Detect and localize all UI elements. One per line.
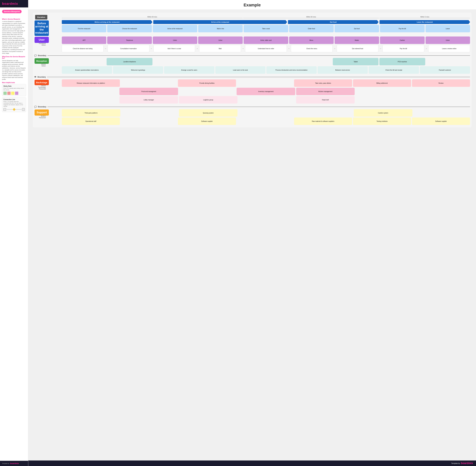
sticky-note-title: Sticky Note — [3, 85, 25, 87]
phase-sub-pay: Pay the bill — [380, 25, 424, 32]
connection-line-title: Connection Line — [3, 99, 25, 100]
sidebar-title-area: Service Blueprint — [0, 7, 28, 17]
rec-action-7: Farewell customer — [420, 66, 470, 74]
reception-device-sublabel: Device — [34, 63, 47, 65]
demo-note-yellow — [11, 92, 14, 95]
support-section-label: Support — [35, 109, 49, 116]
phase-sub-eat: Eat food — [335, 25, 379, 32]
backstage-tech-sublabel: Technology — [34, 87, 47, 88]
main-area: Example Duration Within 60 mins — [28, 0, 476, 466]
reception-row-group: Reception Device Action Landline telepho… — [34, 58, 470, 74]
reception-action-sublabel: Action — [34, 65, 47, 67]
sidebar-footer-logo: boardmix — [10, 462, 19, 465]
phase-labels: Before arriving at the restaurant — [34, 20, 62, 35]
reception-section-label: Reception — [35, 58, 49, 64]
canvas-area[interactable]: Duration Within 60 mins Within 60 mins — [28, 10, 476, 460]
sup-per-0: Operational staff — [62, 117, 120, 125]
phase-headers-row: Before arriving at the restaurant Arrive… — [62, 20, 470, 24]
support-content: Third-party platform Queuing system Cash… — [62, 109, 470, 125]
duration-section-col: Duration — [34, 14, 49, 20]
support-system-sublabel: System — [34, 115, 47, 117]
backstage-personnel-row: Lobby manager Logistics group Head chef — [62, 96, 470, 104]
backstage-section-label: Backstage — [35, 80, 49, 85]
connection-demo — [3, 108, 25, 111]
duration-row: Duration Within 60 mins Within 60 mins — [34, 14, 470, 20]
sup-per-4: Raw material & software suppliers — [294, 117, 352, 125]
sidebar-logo: boardmix — [2, 2, 18, 6]
action-sublabel: Action — [34, 44, 47, 46]
demo-note-purple — [15, 92, 18, 95]
duration-span-3: Within 5 mins — [380, 16, 470, 18]
touchpoint-menu: Menu — [289, 36, 334, 44]
arrow-0: → — [104, 47, 107, 50]
rec-action-6: Check the bill and receipt — [369, 66, 419, 74]
phase-sub-wait: Wait in line — [198, 25, 243, 32]
page-title: Example — [28, 3, 476, 7]
user-action-5: Check the menu — [291, 45, 333, 52]
boundary1-icon: 💬 — [34, 54, 37, 57]
duration-span-1: Within 60 mins — [62, 16, 243, 18]
sidebar-footer: Template by boardmix — [0, 461, 28, 466]
bs-tech-3: Inventory management — [237, 88, 295, 95]
sidebar-header: boardmix — [0, 0, 28, 7]
touchpoint-sublabel: Touchpoint — [34, 43, 47, 44]
arrow-7: → — [425, 47, 428, 50]
rec-action-0: Answer questions/take reservations — [62, 66, 112, 74]
footer-logo: boardmix — [461, 462, 473, 465]
phase-sub-order: Order food — [289, 25, 334, 32]
user-action-1: Consultation/ reservation — [108, 45, 149, 52]
sticky-note-demo — [3, 92, 25, 95]
phase-sub-choose: Choose the restaurant — [107, 25, 152, 32]
user-action-3: Wait — [199, 45, 241, 52]
sidebar-more-tools-title: More helpful tools — [2, 82, 26, 83]
sidebar: boardmix Service Blueprint What is Servi… — [0, 0, 28, 466]
connection-line-tool: Connection Line Press 'L' to quickly sel… — [2, 97, 26, 112]
support-row-group: Support System Personnel Third-party pla… — [34, 109, 470, 125]
phase-sub-leave: Leave — [426, 25, 470, 32]
duration-label: Duration — [35, 15, 47, 20]
bs-device-6: Review — [412, 79, 470, 87]
bs-personnel-4: Head chef — [296, 96, 355, 104]
backstage-content: Release restaurant information on platfo… — [62, 79, 470, 104]
backstage-labels: Backstage Device Technology Personnel — [34, 79, 62, 104]
backstage-row-group: Backstage Device Technology Personnel Re… — [34, 79, 470, 104]
boundary2-line — [47, 77, 470, 77]
reception-actions-row: Answer questions/take reservations Welco… — [62, 66, 470, 74]
arrow-6: → — [379, 47, 382, 50]
arrow-5: → — [334, 47, 336, 50]
support-personnel-row: Operational staff Software supplier Raw … — [62, 117, 470, 125]
bs-personnel-2: Logistics group — [179, 96, 237, 104]
touchpoint-app: APP — [62, 36, 106, 44]
touchpoint-cashier: Cashier — [380, 36, 424, 44]
demo-box-right — [22, 108, 25, 111]
demo-note-green — [3, 92, 7, 95]
backstage-devices-row: Release restaurant information on platfo… — [62, 79, 470, 87]
sup-per-6: Software supplier — [412, 117, 470, 125]
bs-device-0: Release restaurant information on platfo… — [62, 79, 120, 87]
main-header: Example — [28, 0, 476, 10]
support-personnel-sublabel: Personnel — [34, 117, 47, 118]
support-labels: Support System Personnel — [34, 109, 62, 125]
rec-device-pos: POS machine — [379, 58, 425, 65]
user-content: APP Telephone Usher Usher Usher, table c… — [62, 36, 470, 52]
reception-content: Landline telephone Tablet POS machine An… — [62, 58, 470, 74]
rec-device-tablet: Tablet — [333, 58, 379, 65]
phase-sub-cards-row: Find the restaurant Choose the restauran… — [62, 25, 470, 32]
user-actions-row: Check the distance and rating → Consulta… — [62, 45, 470, 52]
demo-diamond — [13, 108, 16, 111]
phase-section-label: Before arriving at the restaurant — [35, 20, 49, 36]
user-action-4: Understand how to order — [245, 45, 287, 52]
sidebar-section1-title: What is Service Blueprint — [2, 18, 26, 20]
phase-sub-arrive: Arrive at the restaurant — [153, 25, 197, 32]
phase-sub-find: Find the restaurant — [62, 25, 106, 32]
reception-labels: Reception Device Action — [34, 58, 62, 74]
user-action-2: Ask if there is a seat — [153, 45, 195, 52]
arrow-4: → — [288, 47, 290, 50]
user-action-8: Leave a review online — [428, 45, 470, 52]
bs-device-2: Provide dining facilities — [178, 79, 236, 87]
blueprint-layout: Duration Within 60 mins Within 60 mins — [33, 13, 472, 127]
sticky-note-tool: Sticky Note Press 'R' to quickly add a s… — [2, 84, 26, 96]
bs-tech-4: Kitchen management — [296, 88, 355, 95]
sup-sys-5: Cashier system — [354, 109, 412, 116]
boundary-3: 💬 Boundary — [34, 105, 470, 109]
